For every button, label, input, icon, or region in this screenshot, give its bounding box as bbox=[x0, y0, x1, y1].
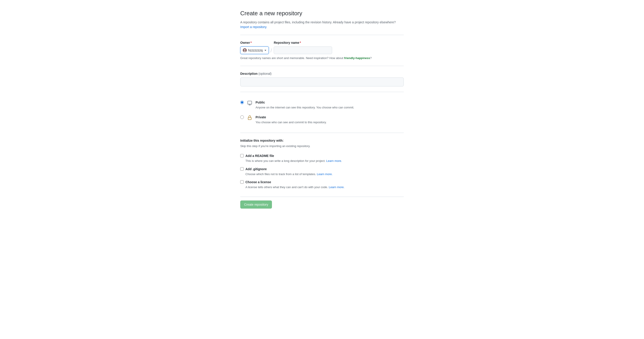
create-repository-button[interactable]: Create repository bbox=[240, 200, 272, 208]
owner-required-star: * bbox=[250, 41, 252, 44]
public-label: Public bbox=[256, 100, 404, 105]
readme-checkbox[interactable] bbox=[240, 154, 244, 158]
divider-after-description bbox=[240, 92, 404, 92]
license-label: Choose a license bbox=[246, 180, 404, 184]
owner-repo-row: Owner* hzzzzzzzq bbox=[240, 40, 404, 54]
initialize-title: Initialize this repository with: bbox=[240, 138, 404, 143]
gitignore-description: Choose which files not to track from a l… bbox=[246, 172, 404, 176]
chevron-down-icon bbox=[264, 50, 266, 51]
owner-avatar bbox=[243, 48, 247, 52]
divider-after-owner bbox=[240, 66, 404, 66]
repo-name-input[interactable] bbox=[274, 46, 332, 54]
import-link[interactable]: Import a repository. bbox=[240, 25, 267, 29]
gitignore-checkbox[interactable] bbox=[240, 167, 244, 170]
optional-text: (optional) bbox=[258, 72, 272, 76]
avatar-svg bbox=[243, 48, 247, 52]
private-label: Private bbox=[256, 115, 404, 120]
license-option: Choose a license A license tells others … bbox=[240, 178, 404, 191]
repo-name-label: Repository name* bbox=[274, 40, 332, 45]
license-description: A license tells others what they can and… bbox=[246, 185, 404, 190]
globe-icon bbox=[246, 99, 253, 106]
license-learn-more[interactable]: Learn more. bbox=[329, 186, 344, 189]
public-content: Public Anyone on the internet can see th… bbox=[256, 100, 404, 110]
description-input[interactable] bbox=[240, 78, 404, 86]
public-radio[interactable] bbox=[240, 100, 244, 104]
svg-point-2 bbox=[244, 51, 246, 52]
readme-learn-more[interactable]: Learn more. bbox=[326, 159, 342, 162]
public-option: Public Anyone on the internet can see th… bbox=[240, 98, 404, 112]
svg-rect-7 bbox=[248, 118, 251, 120]
description-label: Description (optional) bbox=[240, 72, 404, 76]
description-section: Description (optional) bbox=[240, 72, 404, 86]
gitignore-learn-more[interactable]: Learn more. bbox=[317, 172, 332, 176]
license-content: Choose a license A license tells others … bbox=[246, 180, 404, 190]
section-divider bbox=[240, 35, 404, 35]
private-option: Private You choose who can see and commi… bbox=[240, 112, 404, 127]
readme-option: Add a README file This is where you can … bbox=[240, 152, 404, 165]
private-radio[interactable] bbox=[240, 116, 244, 119]
initialize-section: Initialize this repository with: Skip th… bbox=[240, 138, 404, 191]
divider-after-visibility bbox=[240, 133, 404, 133]
subtitle-text: A repository contains all project files,… bbox=[240, 20, 396, 24]
initialize-subtitle: Skip this step if you're importing an ex… bbox=[240, 144, 404, 148]
submit-section: Create repository bbox=[240, 197, 404, 208]
private-content: Private You choose who can see and commi… bbox=[256, 115, 404, 124]
readme-content: Add a README file This is where you can … bbox=[246, 154, 404, 163]
gitignore-option: Add .gitignore Choose which files not to… bbox=[240, 165, 404, 178]
slash-divider: / bbox=[270, 48, 272, 54]
gitignore-content: Add .gitignore Choose which files not to… bbox=[246, 167, 404, 176]
suggestion-text: Great repository names are short and mem… bbox=[240, 56, 404, 60]
page-title: Create a new repository bbox=[240, 9, 404, 18]
svg-point-1 bbox=[244, 49, 246, 50]
avatar-image bbox=[243, 48, 247, 52]
gitignore-label: Add .gitignore bbox=[246, 167, 404, 172]
owner-field-group: Owner* hzzzzzzzq bbox=[240, 40, 269, 54]
repo-name-field-group: Repository name* bbox=[274, 40, 332, 54]
repo-required-star: * bbox=[300, 41, 301, 44]
svg-rect-3 bbox=[248, 101, 252, 104]
owner-label: Owner* bbox=[240, 40, 269, 45]
owner-select[interactable]: hzzzzzzzq bbox=[240, 46, 269, 54]
license-checkbox[interactable] bbox=[240, 180, 244, 184]
readme-description: This is where you can write a long descr… bbox=[246, 159, 404, 163]
public-description: Anyone on the internet can see this repo… bbox=[256, 105, 404, 110]
owner-username: hzzzzzzzq bbox=[248, 48, 263, 53]
page-subtitle: A repository contains all project files,… bbox=[240, 20, 404, 30]
readme-label: Add a README file bbox=[246, 154, 404, 158]
owner-repo-section: Owner* hzzzzzzzq bbox=[240, 40, 404, 60]
suggestion-link[interactable]: friendly-happiness bbox=[344, 56, 370, 60]
private-description: You choose who can see and commit to thi… bbox=[256, 120, 404, 124]
visibility-section: Public Anyone on the internet can see th… bbox=[240, 98, 404, 127]
lock-icon bbox=[246, 114, 253, 121]
page-container: Create a new repository A repository con… bbox=[237, 0, 407, 222]
